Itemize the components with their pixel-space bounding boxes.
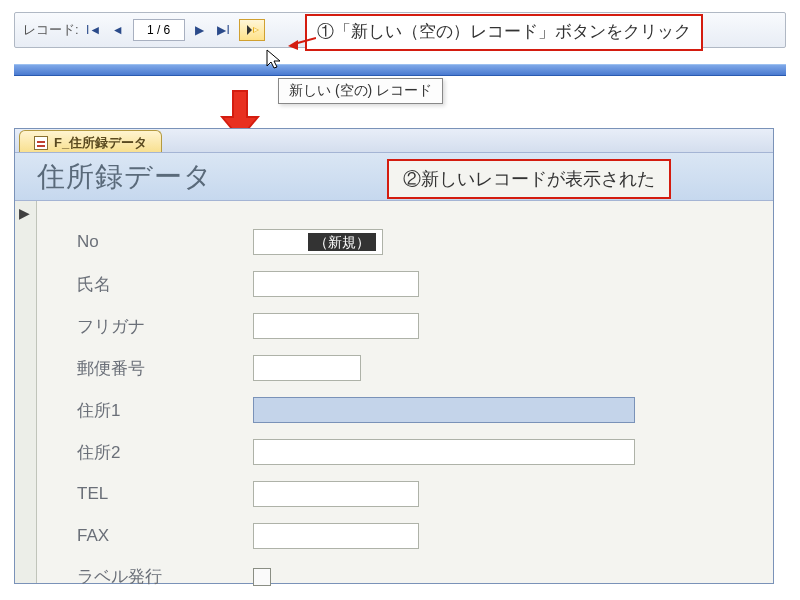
fields-area: No （新規） 氏名 フリガナ 郵便番号 住所1 xyxy=(37,201,773,583)
label-tel: TEL xyxy=(77,484,253,504)
tooltip-text: 新しい (空の) レコード xyxy=(289,82,432,98)
label-addr1: 住所1 xyxy=(77,399,253,422)
label-fax: FAX xyxy=(77,526,253,546)
no-value-badge: （新規） xyxy=(308,233,376,251)
annotation-callout-2: ②新しいレコードが表示された xyxy=(387,159,671,199)
prev-record-button[interactable]: ◄ xyxy=(109,19,127,41)
annotation-arrow-1 xyxy=(288,34,316,57)
field-row-tel: TEL xyxy=(77,481,763,507)
field-row-name: 氏名 xyxy=(77,271,763,297)
new-record-button[interactable] xyxy=(239,19,265,41)
new-record-icon xyxy=(245,23,259,37)
label-addr2: 住所2 xyxy=(77,441,253,464)
label-no: No xyxy=(77,232,253,252)
input-no[interactable]: （新規） xyxy=(253,229,383,255)
svg-marker-0 xyxy=(247,25,252,35)
form-window: F_住所録データ 住所録データ ②新しいレコードが表示された ▶ No （新規）… xyxy=(14,128,774,584)
input-addr2[interactable] xyxy=(253,439,635,465)
next-record-button[interactable]: ▶ xyxy=(191,19,209,41)
field-row-furigana: フリガナ xyxy=(77,313,763,339)
first-record-button[interactable]: I◄ xyxy=(85,19,103,41)
field-row-zip: 郵便番号 xyxy=(77,355,763,381)
tab-address-form[interactable]: F_住所録データ xyxy=(19,130,162,152)
form-body: ▶ No （新規） 氏名 フリガナ 郵便番号 住所1 xyxy=(15,201,773,583)
svg-marker-4 xyxy=(288,40,298,50)
annotation-callout-1: ①「新しい（空の）レコード」ボタンをクリック xyxy=(305,14,703,51)
annotation-text-2: ②新しいレコードが表示された xyxy=(403,169,655,189)
field-row-label-issue: ラベル発行 xyxy=(77,565,763,588)
input-name[interactable] xyxy=(253,271,419,297)
label-furigana: フリガナ xyxy=(77,315,253,338)
record-selector-gutter[interactable]: ▶ xyxy=(15,201,37,583)
field-row-no: No （新規） xyxy=(77,229,763,255)
form-title: 住所録データ xyxy=(37,158,213,196)
label-name: 氏名 xyxy=(77,273,253,296)
record-marker-icon: ▶ xyxy=(19,205,30,221)
nav-label: レコード: xyxy=(23,21,79,39)
label-label-issue: ラベル発行 xyxy=(77,565,253,588)
input-fax[interactable] xyxy=(253,523,419,549)
form-icon xyxy=(34,136,48,150)
annotation-text-1: ①「新しい（空の）レコード」ボタンをクリック xyxy=(317,22,691,41)
input-addr1[interactable] xyxy=(253,397,635,423)
tab-label: F_住所録データ xyxy=(54,134,147,152)
last-record-button[interactable]: ▶I xyxy=(215,19,233,41)
tab-bar: F_住所録データ xyxy=(15,129,773,153)
input-furigana[interactable] xyxy=(253,313,419,339)
input-zip[interactable] xyxy=(253,355,361,381)
tooltip: 新しい (空の) レコード xyxy=(278,78,443,104)
field-row-addr1: 住所1 xyxy=(77,397,763,423)
ribbon-divider xyxy=(14,64,786,76)
field-row-fax: FAX xyxy=(77,523,763,549)
checkbox-label-issue[interactable] xyxy=(253,568,271,586)
field-row-addr2: 住所2 xyxy=(77,439,763,465)
record-counter: 1 / 6 xyxy=(133,19,185,41)
input-tel[interactable] xyxy=(253,481,419,507)
label-zip: 郵便番号 xyxy=(77,357,253,380)
